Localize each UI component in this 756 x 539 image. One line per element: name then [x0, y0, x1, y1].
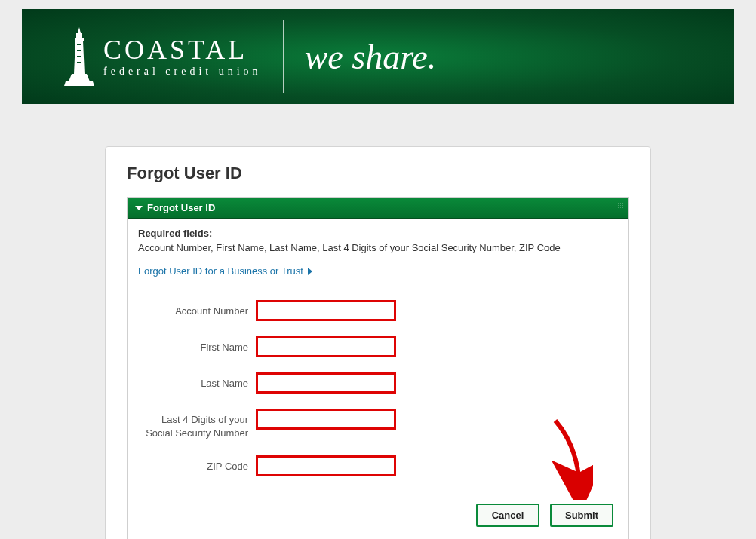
panel-header[interactable]: Forgot User ID — [128, 198, 628, 219]
panel: Forgot User ID Required fields: Account … — [127, 197, 629, 539]
label-first-name: First Name — [138, 336, 256, 354]
svg-rect-0 — [77, 44, 81, 45]
logo: COASTAL federal credit union — [64, 27, 262, 86]
header-divider — [283, 20, 284, 93]
panel-body: Required fields: Account Number, First N… — [128, 219, 628, 539]
label-account-number: Account Number — [138, 300, 256, 318]
zip-input[interactable] — [256, 455, 396, 476]
button-row: Cancel Submit — [138, 504, 618, 527]
row-last-name: Last Name — [138, 372, 618, 394]
brand-name: COASTAL — [103, 36, 262, 63]
required-fields-label: Required fields: — [138, 228, 618, 239]
brand-subtitle: federal credit union — [103, 66, 262, 77]
label-last-name: Last Name — [138, 372, 256, 390]
row-first-name: First Name — [138, 336, 618, 357]
lighthouse-icon — [64, 27, 94, 86]
cancel-button[interactable]: Cancel — [476, 504, 539, 527]
form-fields: Account Number First Name Last Name Last… — [138, 300, 618, 476]
svg-rect-3 — [77, 62, 81, 63]
label-ssn4: Last 4 Digits of your Social Security Nu… — [138, 409, 256, 440]
chevron-down-icon — [135, 206, 143, 210]
row-account-number: Account Number — [138, 300, 618, 321]
last-name-input[interactable] — [256, 372, 396, 394]
submit-button[interactable]: Submit — [550, 504, 613, 527]
logo-text: COASTAL federal credit union — [103, 36, 262, 77]
label-zip: ZIP Code — [138, 455, 256, 473]
page-title: Forgot User ID — [127, 164, 629, 183]
first-name-input[interactable] — [256, 336, 396, 357]
panel-title: Forgot User ID — [147, 202, 215, 213]
row-ssn4: Last 4 Digits of your Social Security Nu… — [138, 409, 618, 440]
ssn4-input[interactable] — [256, 409, 396, 430]
tagline: we share. — [305, 37, 437, 77]
account-number-input[interactable] — [256, 300, 396, 321]
business-trust-link[interactable]: Forgot User ID for a Business or Trust — [138, 265, 312, 277]
svg-rect-2 — [77, 56, 81, 57]
row-zip: ZIP Code — [138, 455, 618, 476]
required-fields-text: Account Number, First Name, Last Name, L… — [138, 242, 618, 253]
business-trust-link-text: Forgot User ID for a Business or Trust — [138, 265, 303, 277]
form-card: Forgot User ID Forgot User ID Required f… — [105, 146, 651, 539]
triangle-right-icon — [308, 268, 312, 275]
svg-rect-1 — [77, 50, 81, 51]
header-banner: COASTAL federal credit union we share. — [22, 9, 734, 104]
